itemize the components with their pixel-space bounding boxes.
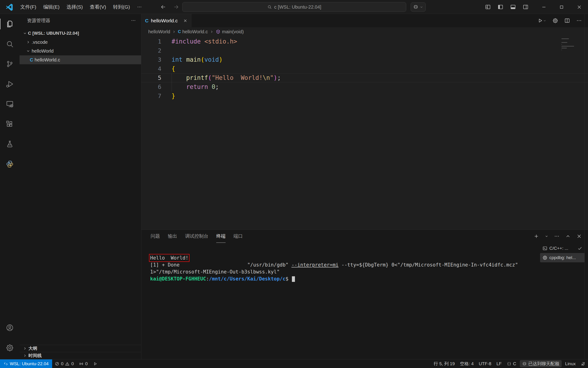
activity-source-control-icon[interactable] — [0, 54, 19, 74]
layout-controls — [483, 0, 531, 14]
activity-run-debug-icon[interactable] — [0, 74, 19, 94]
activity-account-icon[interactable] — [0, 318, 19, 338]
code-line-6[interactable]: 6 return 0; — [141, 83, 588, 92]
window-close-button[interactable] — [570, 0, 588, 14]
terminal-session-1[interactable]: cppdbg: hel... — [540, 253, 585, 262]
go-forward-icon[interactable] — [173, 4, 179, 10]
activity-search-icon[interactable] — [0, 34, 19, 54]
go-back-icon[interactable] — [160, 4, 166, 10]
more-actions-icon[interactable] — [131, 18, 136, 23]
menu-item[interactable]: 查看(V) — [86, 0, 110, 14]
sidebar-sections: 大纲时间线 — [19, 345, 141, 359]
error-icon — [55, 361, 59, 366]
line-number: 7 — [141, 92, 161, 101]
tab-close-icon[interactable] — [183, 19, 187, 23]
symbol-method-icon — [216, 29, 221, 34]
tree-root-workspace[interactable]: C [WSL: UBUNTU-22.04] — [19, 29, 141, 38]
menu-item[interactable]: 转到(G) — [110, 0, 133, 14]
activity-settings-gear-icon[interactable] — [0, 338, 19, 358]
code-line-5[interactable]: 5 printf("Hello World!\n"); — [141, 73, 588, 83]
panel-left-icon[interactable] — [495, 2, 505, 12]
status-cursor-position[interactable]: 行 5, 列 19 — [431, 359, 457, 368]
window-minimize-button[interactable] — [535, 0, 553, 14]
copilot-menu-button[interactable] — [411, 2, 426, 12]
more-horizontal-icon[interactable] — [576, 18, 582, 24]
panel-tab-debug-console[interactable]: 调试控制台 — [185, 230, 208, 243]
code-line-2[interactable]: 2 — [141, 46, 588, 55]
tree-item-file[interactable]: ChelloWorld.c — [19, 55, 141, 64]
editor-area: C helloWorld.c helloWorldChelloWorld.cma… — [141, 14, 588, 230]
run-button-icon[interactable] — [537, 18, 546, 24]
code-line-3[interactable]: 3int main(void) — [141, 55, 588, 64]
status-notifications[interactable] — [578, 359, 588, 368]
status-remote[interactable]: WSL: Ubuntu-22.04 — [0, 359, 52, 368]
status-indentation[interactable]: 空格: 4 — [457, 359, 476, 368]
explorer-sidebar: 资源管理器 C [WSL: UBUNTU-22.04].vscodehelloW… — [19, 14, 141, 359]
panel-tab-problems[interactable]: 问题 — [151, 230, 160, 243]
tab-helloworld-c[interactable]: C helloWorld.c — [141, 14, 191, 27]
search-text: c [WSL: Ubuntu-22.04] — [274, 4, 321, 10]
breadcrumb-item[interactable]: helloWorld — [148, 29, 170, 35]
chevron-up-icon[interactable] — [565, 233, 571, 239]
code-line-1[interactable]: 1#include <stdio.h> — [141, 37, 588, 46]
more-horizontal-icon[interactable] — [554, 233, 560, 239]
menu-bar: 文件(F)编辑(E)选择(S)查看(V)转到(G) — [17, 0, 146, 14]
activity-remote-explorer-icon[interactable] — [0, 94, 19, 114]
activity-files-icon[interactable] — [0, 14, 19, 34]
code-editor[interactable]: 1#include <stdio.h>23int main(void)4{5 p… — [141, 36, 588, 230]
menu-overflow-icon[interactable] — [133, 0, 146, 14]
code-line-4[interactable]: 4{ — [141, 64, 588, 73]
sidebar-title: 资源管理器 — [27, 18, 131, 24]
panel-tab-output[interactable]: 输出 — [168, 230, 177, 243]
command-center-search[interactable]: c [WSL: Ubuntu-22.04] — [182, 2, 406, 12]
activity-python-icon[interactable] — [0, 154, 19, 174]
menu-item[interactable]: 文件(F) — [17, 0, 40, 14]
indent-guide — [172, 73, 172, 92]
activity-bar — [0, 14, 19, 359]
chevron-right-icon — [23, 346, 27, 350]
close-icon[interactable] — [576, 233, 582, 239]
breadcrumbs: helloWorldChelloWorld.cmain(void) — [141, 27, 588, 36]
status-remote-os[interactable]: Linux — [563, 359, 578, 368]
terminal-line: [1] + Done "/usr/bin/gdb" --interpreter=… — [150, 261, 540, 268]
status-ports[interactable]: 0 — [76, 359, 90, 368]
plus-icon[interactable] — [533, 233, 539, 239]
activity-testing-icon[interactable] — [0, 134, 19, 154]
panel-tab-terminal[interactable]: 终端 — [216, 230, 226, 243]
split-editor-icon[interactable] — [564, 18, 570, 24]
status-language-mode[interactable]: C — [504, 359, 519, 368]
tab-bar: C helloWorld.c — [141, 14, 588, 27]
terminal-list: C/C++: ...cppdbg: hel... — [540, 243, 585, 359]
tree-item-folder[interactable]: .vscode — [19, 38, 141, 46]
chevron-right-icon — [210, 30, 214, 34]
sidebar-section[interactable]: 大纲 — [19, 345, 141, 352]
code-line-7[interactable]: 7} — [141, 92, 588, 101]
chevron-down-icon[interactable] — [545, 234, 548, 238]
breadcrumb-item[interactable]: main(void) — [216, 29, 244, 35]
status-bar: WSL: Ubuntu-22.04000 行 5, 列 19空格: 4UTF-8… — [0, 359, 588, 368]
status-copilot-quota[interactable]: 已达到聊天配额 — [520, 360, 562, 367]
status-problems[interactable]: 00 — [52, 359, 76, 368]
panel-bottom-icon[interactable] — [508, 2, 518, 12]
braces-icon — [507, 361, 511, 366]
status-debug[interactable] — [90, 359, 100, 368]
status-encoding[interactable]: UTF-8 — [476, 359, 494, 368]
layout-grid-icon[interactable] — [483, 2, 493, 12]
activity-extensions-icon[interactable] — [0, 114, 19, 134]
search-icon — [267, 5, 272, 9]
settings-gear-icon[interactable] — [552, 18, 558, 24]
breadcrumb-item[interactable]: ChelloWorld.c — [178, 29, 208, 35]
terminal-output[interactable]: Hello World![1] + Done "/usr/bin/gdb" --… — [141, 243, 540, 359]
minimap[interactable] — [561, 38, 578, 51]
sidebar-section[interactable]: 时间线 — [19, 352, 141, 359]
panel-tab-ports[interactable]: 端口 — [233, 230, 243, 243]
tree-item-folder[interactable]: helloWorld — [19, 46, 141, 55]
menu-item[interactable]: 选择(S) — [63, 0, 86, 14]
terminal-session-0[interactable]: C/C++: ... — [540, 244, 585, 253]
window-maximize-button[interactable] — [553, 0, 570, 14]
code-lines: 1#include <stdio.h>23int main(void)4{5 p… — [141, 37, 588, 101]
status-eol[interactable]: LF — [494, 359, 504, 368]
tab-label: helloWorld.c — [151, 18, 178, 24]
panel-right-icon[interactable] — [521, 2, 531, 12]
menu-item[interactable]: 编辑(E) — [40, 0, 63, 14]
